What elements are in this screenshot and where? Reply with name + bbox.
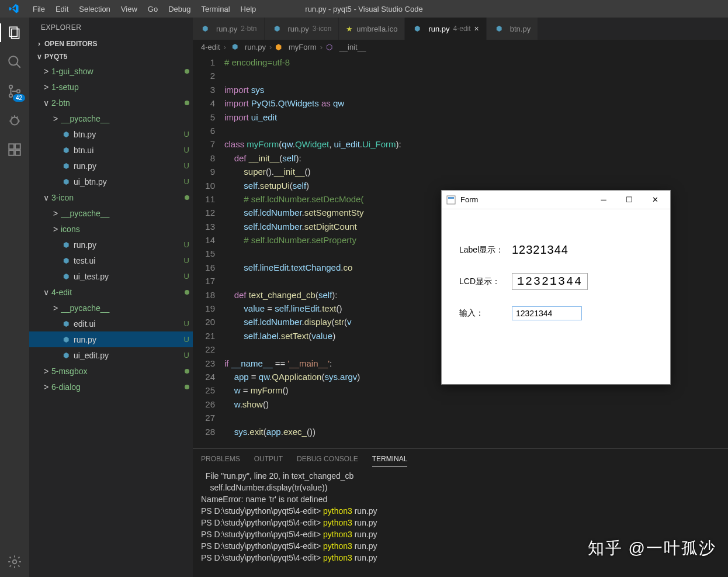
tree-label: icons xyxy=(61,224,189,234)
breadcrumb[interactable]: 4-edit› ⬢run.py› ⬢ myForm› ⬡ __init__ xyxy=(193,40,728,54)
terminal-output[interactable]: File "run.py", line 20, in text_changed_… xyxy=(193,469,728,577)
editor-tab[interactable]: ⬢run.py3-icon xyxy=(265,18,339,40)
file-row[interactable]: ⬢ui_edit.pyU xyxy=(29,347,193,363)
close-icon[interactable]: × xyxy=(474,24,479,33)
lcd-display-label: LCD显示： xyxy=(459,277,512,287)
breadcrumb-item[interactable]: ⬢run.py xyxy=(230,43,266,51)
file-row[interactable]: ⬢run.pyU xyxy=(29,237,193,253)
menu-help[interactable]: Help xyxy=(236,2,261,16)
search-icon[interactable] xyxy=(5,53,24,71)
panel-tab-problems[interactable]: PROBLEMS xyxy=(201,451,240,467)
folder-row[interactable]: >6-dialog xyxy=(29,379,193,395)
folder-row[interactable]: >icons xyxy=(29,221,193,237)
panel-tab-terminal[interactable]: TERMINAL xyxy=(372,451,408,467)
folder-row[interactable]: >__pycache__ xyxy=(29,205,193,221)
file-row[interactable]: ⬢test.uiU xyxy=(29,253,193,268)
menu-debug[interactable]: Debug xyxy=(164,2,195,16)
open-editors-section[interactable]: ›OPEN EDITORS xyxy=(29,37,193,50)
menu-edit[interactable]: Edit xyxy=(51,2,73,16)
project-section[interactable]: ∨PYQT5 xyxy=(29,50,193,63)
tree-label: run.py xyxy=(74,335,182,344)
file-row[interactable]: ⬢run.pyU xyxy=(29,331,193,347)
settings-gear-icon[interactable] xyxy=(5,552,24,571)
svg-rect-16 xyxy=(15,144,20,149)
input-field[interactable]: 12321344 xyxy=(512,306,582,320)
debug-icon[interactable] xyxy=(5,111,24,130)
editor-tab[interactable]: ⬢btn.py xyxy=(487,18,538,40)
folder-row[interactable]: >1-setup xyxy=(29,79,193,95)
breadcrumb-item[interactable]: ⬡ __init__ xyxy=(326,43,366,51)
file-row[interactable]: ⬢edit.uiU xyxy=(29,316,193,331)
folder-row[interactable]: ∨3-icon xyxy=(29,189,193,205)
minimize-button[interactable]: ─ xyxy=(591,192,616,208)
svg-rect-14 xyxy=(9,150,14,156)
source-control-icon[interactable]: 42 xyxy=(5,82,24,101)
py-file-icon: ⬢ xyxy=(61,130,71,139)
file-row[interactable]: ⬢btn.uiU xyxy=(29,142,193,158)
file-row[interactable]: ⬢ui_test.pyU xyxy=(29,268,193,284)
folder-row[interactable]: ∨2-btn xyxy=(29,95,193,110)
git-status: U xyxy=(184,146,189,154)
window-title: run.py - pyqt5 - Visual Studio Code xyxy=(305,5,422,13)
close-button[interactable]: ✕ xyxy=(642,192,668,208)
git-status: U xyxy=(184,240,189,249)
svg-line-3 xyxy=(16,64,20,68)
tree-label: __pycache__ xyxy=(61,209,189,218)
folder-row[interactable]: ∨4-edit xyxy=(29,284,193,300)
tree-label: __pycache__ xyxy=(61,303,189,313)
menu-selection[interactable]: Selection xyxy=(74,2,115,16)
input-label: 输入： xyxy=(459,308,512,319)
git-status: U xyxy=(184,319,189,328)
tree-label: __pycache__ xyxy=(61,114,189,123)
maximize-button[interactable]: ☐ xyxy=(616,192,642,208)
menu-file[interactable]: File xyxy=(28,2,50,16)
activity-bar: 42 xyxy=(0,18,29,577)
folder-row[interactable]: >__pycache__ xyxy=(29,110,193,126)
form-titlebar[interactable]: Form ─ ☐ ✕ xyxy=(442,191,670,209)
file-row[interactable]: ⬢btn.pyU xyxy=(29,126,193,142)
extensions-icon[interactable] xyxy=(5,140,24,159)
scm-badge: 42 xyxy=(13,94,25,102)
folder-row[interactable]: >__pycache__ xyxy=(29,300,193,316)
breadcrumb-item[interactable]: ⬢ myForm xyxy=(275,43,316,51)
tree-label: 3-icon xyxy=(51,193,182,202)
tree-label: run.py xyxy=(74,161,182,171)
file-row[interactable]: ⬢run.pyU xyxy=(29,158,193,174)
vscode-logo-icon xyxy=(0,4,28,14)
editor-tab[interactable]: ⬢run.py2-btn xyxy=(193,18,265,40)
editor-tab[interactable]: ⬢run.py4-edit× xyxy=(405,18,486,40)
svg-point-7 xyxy=(11,118,19,125)
titlebar: FileEditSelectionViewGoDebugTerminalHelp… xyxy=(0,0,728,18)
svg-point-4 xyxy=(9,85,12,88)
form-app-icon xyxy=(446,195,456,205)
folder-row[interactable]: >1-gui_show xyxy=(29,63,193,79)
form-window[interactable]: Form ─ ☐ ✕ Label显示： 12321344 LCD显示： 1232… xyxy=(441,190,671,385)
folder-row[interactable]: >5-msgbox xyxy=(29,363,193,379)
git-status: U xyxy=(184,335,189,344)
tree-label: 4-edit xyxy=(51,288,182,297)
menu-terminal[interactable]: Terminal xyxy=(196,2,234,16)
tree-label: ui_test.py xyxy=(74,272,182,281)
menu-view[interactable]: View xyxy=(116,2,142,16)
panel-tabs: PROBLEMSOUTPUTDEBUG CONSOLETERMINAL xyxy=(193,449,728,469)
tree-label: btn.ui xyxy=(74,146,182,155)
modified-dot-icon xyxy=(185,385,189,389)
tree-label: btn.py xyxy=(74,130,182,139)
tree-label: 1-setup xyxy=(51,82,189,92)
sidebar: EXPLORER ›OPEN EDITORS ∨PYQT5 >1-gui_sho… xyxy=(29,18,193,577)
panel-tab-debug-console[interactable]: DEBUG CONSOLE xyxy=(297,451,358,467)
editor-tab[interactable]: ★umbrella.ico xyxy=(339,18,405,40)
tab-bar: ⬢run.py2-btn⬢run.py3-icon★umbrella.ico⬢r… xyxy=(193,18,728,40)
file-tree: >1-gui_show>1-setup∨2-btn>__pycache__⬢bt… xyxy=(29,63,193,395)
svg-rect-19 xyxy=(448,197,454,199)
panel-tab-output[interactable]: OUTPUT xyxy=(254,451,283,467)
svg-point-17 xyxy=(13,560,17,564)
menu-go[interactable]: Go xyxy=(143,2,162,16)
svg-point-5 xyxy=(9,94,12,97)
explorer-icon[interactable] xyxy=(5,23,24,42)
breadcrumb-item[interactable]: 4-edit xyxy=(201,43,220,51)
modified-dot-icon xyxy=(185,290,189,295)
modified-dot-icon xyxy=(185,369,189,374)
svg-point-6 xyxy=(17,89,20,92)
file-row[interactable]: ⬢ui_btn.pyU xyxy=(29,174,193,189)
